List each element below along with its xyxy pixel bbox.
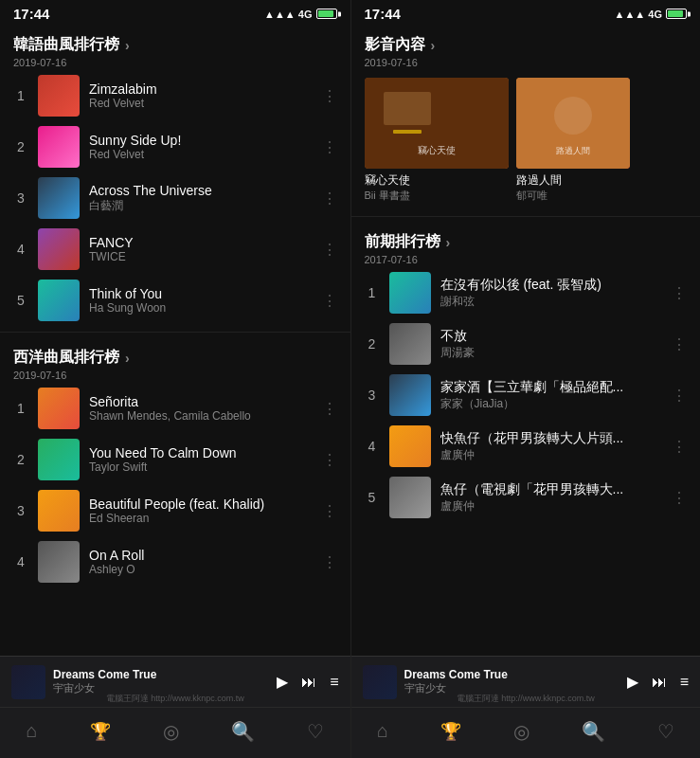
track-item[interactable]: 5 魚仔（電視劇「花甲男孩轉大... 盧廣仲 ⋮ [351,472,701,523]
track-item[interactable]: 3 家家酒【三立華劇「極品絕配... 家家（JiaJia） ⋮ [351,370,701,421]
nav-search[interactable]: 🔍 [231,720,255,743]
search-icon: 🔍 [582,720,605,743]
track-name: 不放 [440,328,663,345]
svg-text:路過人間: 路過人間 [556,146,590,155]
nav-radio[interactable]: ◎ [513,720,529,743]
nav-radio[interactable]: ◎ [163,720,179,743]
track-artist: 白藝潤 [89,198,313,214]
battery-icon [666,9,687,19]
left-now-playing-bar[interactable]: Dreams Come True 宇宙少女 ▶ ⏭ ≡ [0,656,350,707]
track-name: On A Roll [89,548,313,563]
video-section-title[interactable]: 影音內容 › [365,35,688,55]
track-artist: Red Velvet [89,148,313,161]
track-menu-btn[interactable]: ⋮ [672,489,687,507]
track-item[interactable]: 5 Think of You Ha Sung Woon ⋮ [0,275,350,326]
track-artist: Ashley O [89,563,313,576]
video-artist: Bii 畢書盡 [365,189,509,203]
track-artist: Ha Sung Woon [89,301,313,315]
track-rank: 1 [13,401,28,416]
left-status-icons: ▲▲▲ 4G [264,9,336,20]
track-item[interactable]: 2 You Need To Calm Down Taylor Swift ⋮ [0,434,350,485]
chart-section-title[interactable]: 前期排行榜 › [365,232,688,252]
nav-search[interactable]: 🔍 [582,720,605,743]
track-menu-btn[interactable]: ⋮ [322,87,337,105]
nav-home[interactable]: ⌂ [27,720,38,742]
track-artist: Shawn Mendes, Camila Cabello [89,409,313,423]
nav-home[interactable]: ⌂ [377,720,388,742]
track-info: 家家酒【三立華劇「極品絕配... 家家（JiaJia） [440,379,663,412]
korean-chart-title[interactable]: 韓語曲風排行榜 › [13,35,337,55]
track-name: Señorita [89,394,313,409]
np-play-button[interactable]: ▶ [277,673,288,691]
track-art [389,425,431,467]
track-name: 魚仔（電視劇「花甲男孩轉大... [440,481,663,498]
track-item[interactable]: 3 Beautiful People (feat. Khalid) Ed She… [0,485,350,536]
np-next-button[interactable]: ⏭ [301,674,316,691]
track-menu-btn[interactable]: ⋮ [322,190,337,208]
video-card[interactable]: 竊心天使 竊心天使 Bii 畢書盡 [365,78,509,203]
np-next-button[interactable]: ⏭ [652,674,667,691]
np-controls: ▶ ⏭ ≡ [627,673,689,691]
track-item[interactable]: 4 FANCY TWICE ⋮ [0,224,350,275]
track-art [389,272,431,314]
track-artist: Ed Sheeran [89,512,313,525]
track-menu-btn[interactable]: ⋮ [322,502,337,520]
track-menu-btn[interactable]: ⋮ [322,138,337,156]
track-item[interactable]: 1 Señorita Shawn Mendes, Camila Cabello … [0,383,350,434]
track-art [38,439,80,480]
western-chart-title[interactable]: 西洋曲風排行榜 › [13,348,337,368]
track-rank: 5 [365,490,380,505]
track-menu-btn[interactable]: ⋮ [322,553,337,571]
nav-charts[interactable]: 🏆 [440,721,461,742]
track-menu-btn[interactable]: ⋮ [322,400,337,418]
track-menu-btn[interactable]: ⋮ [672,438,687,456]
video-card[interactable]: 路過人間 路過人間 郁可唯 [516,78,630,203]
korean-chart-date: 2019-07-16 [13,57,337,68]
np-art [11,665,45,699]
nav-favorites[interactable]: ♡ [657,720,674,743]
home-icon: ⌂ [377,720,388,742]
track-info: Think of You Ha Sung Woon [89,286,313,315]
track-menu-btn[interactable]: ⋮ [672,387,687,405]
nav-favorites[interactable]: ♡ [307,720,324,743]
track-item[interactable]: 4 On A Roll Ashley O ⋮ [0,536,350,587]
track-rank: 2 [365,336,380,352]
left-phone-panel: 17:44 ▲▲▲ 4G 韓語曲風排行榜 › 2019-07-16 1 Zimz… [0,0,350,758]
track-art [389,323,431,365]
track-item[interactable]: 3 Across The Universe 白藝潤 ⋮ [0,172,350,224]
track-info: Beautiful People (feat. Khalid) Ed Sheer… [89,496,313,525]
right-bottom-nav: ⌂ 🏆 ◎ 🔍 ♡ [351,707,701,758]
track-item[interactable]: 2 Sunny Side Up! Red Velvet ⋮ [0,121,350,172]
np-queue-button[interactable]: ≡ [330,674,338,691]
np-play-button[interactable]: ▶ [627,673,638,691]
korean-chart-header: 韓語曲風排行榜 › 2019-07-16 [0,26,350,70]
track-menu-btn[interactable]: ⋮ [322,292,337,310]
track-menu-btn[interactable]: ⋮ [672,284,687,302]
right-now-playing-bar[interactable]: Dreams Come True 宇宙少女 ▶ ⏭ ≡ [351,656,701,707]
left-time: 17:44 [13,6,49,22]
np-art [363,665,397,699]
svg-point-5 [554,97,592,135]
track-item[interactable]: 1 在沒有你以後 (feat. 張智成) 謝和弦 ⋮ [351,267,701,318]
track-art [389,477,431,518]
track-name: 在沒有你以後 (feat. 張智成) [440,277,663,294]
track-art [38,75,80,117]
track-item[interactable]: 1 Zimzalabim Red Velvet ⋮ [0,70,350,121]
battery-icon [316,9,337,19]
track-art [38,541,80,583]
track-name: FANCY [89,235,313,250]
track-rank: 4 [13,554,28,569]
track-item[interactable]: 4 快魚仔（花甲男孩轉大人片頭... 盧廣仲 ⋮ [351,421,701,472]
np-queue-button[interactable]: ≡ [680,674,689,691]
np-title: Dreams Come True [53,668,269,681]
track-menu-btn[interactable]: ⋮ [322,241,337,259]
track-menu-btn[interactable]: ⋮ [672,335,687,353]
track-rank: 4 [365,439,380,454]
np-artist: 宇宙少女 [53,681,269,695]
nav-charts[interactable]: 🏆 [90,721,111,742]
track-name: Sunny Side Up! [89,133,313,148]
track-artist: 盧廣仲 [440,447,663,463]
track-menu-btn[interactable]: ⋮ [322,451,337,469]
track-item[interactable]: 2 不放 周湯豪 ⋮ [351,318,701,370]
heart-icon: ♡ [307,720,324,743]
